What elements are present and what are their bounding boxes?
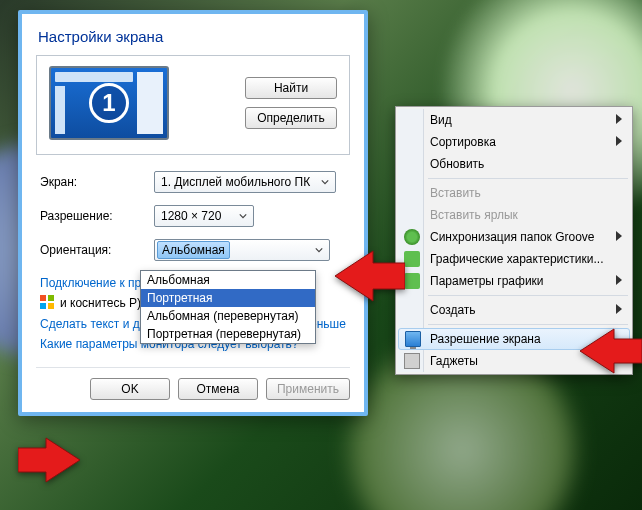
find-button[interactable]: Найти (245, 77, 337, 99)
svg-marker-2 (18, 438, 80, 482)
screen-select[interactable]: 1. Дисплей мобильного ПК (154, 171, 336, 193)
submenu-arrow-icon (616, 274, 622, 288)
gadget-icon (404, 353, 420, 369)
orientation-select[interactable]: Альбомная (154, 239, 330, 261)
monitor-icon (405, 331, 421, 347)
chevron-down-icon (317, 174, 333, 190)
menu-item[interactable]: Создать (398, 299, 630, 321)
monitor-number-badge: 1 (89, 83, 129, 123)
chevron-down-icon (235, 208, 251, 224)
monitor-thumbnail[interactable]: 1 (49, 66, 169, 140)
menu-item-label: Сортировка (430, 135, 496, 149)
menu-item-label: Параметры графики (430, 274, 544, 288)
projector-hint: и коснитесь P) (60, 293, 141, 313)
apply-button[interactable]: Применить (266, 378, 350, 400)
menu-separator (428, 295, 628, 296)
cancel-button[interactable]: Отмена (178, 378, 258, 400)
menu-item-label: Гаджеты (430, 354, 478, 368)
green-icon (404, 273, 420, 289)
menu-item-label: Вставить (430, 186, 481, 200)
detect-button[interactable]: Определить (245, 107, 337, 129)
menu-item[interactable]: Графические характеристики... (398, 248, 630, 270)
submenu-arrow-icon (616, 303, 622, 317)
ok-button[interactable]: OK (90, 378, 170, 400)
windows-key-icon (40, 295, 54, 309)
display-settings-dialog: Настройки экрана 1 Найти Определить Экра… (18, 10, 368, 416)
menu-item[interactable]: Обновить (398, 153, 630, 175)
chevron-down-icon (311, 242, 327, 258)
resolution-label: Разрешение: (40, 209, 144, 223)
menu-item[interactable]: Вид (398, 109, 630, 131)
menu-item-label: Вставить ярлык (430, 208, 518, 222)
menu-item: Вставить (398, 182, 630, 204)
submenu-arrow-icon (616, 135, 622, 149)
menu-item[interactable]: Сортировка (398, 131, 630, 153)
menu-item: Вставить ярлык (398, 204, 630, 226)
submenu-arrow-icon (616, 230, 622, 244)
svg-marker-1 (580, 329, 642, 373)
orientation-option[interactable]: Альбомная (перевернутая) (141, 307, 315, 325)
orientation-option[interactable]: Альбомная (141, 271, 315, 289)
submenu-arrow-icon (616, 113, 622, 127)
orientation-option[interactable]: Портретная (перевернутая) (141, 325, 315, 343)
dialog-title: Настройки экрана (22, 14, 364, 55)
menu-item-label: Разрешение экрана (430, 332, 541, 346)
orientation-label: Ориентация: (40, 243, 144, 257)
menu-item[interactable]: Синхронизация папок Groove (398, 226, 630, 248)
menu-item-label: Создать (430, 303, 476, 317)
orientation-dropdown[interactable]: АльбомнаяПортретнаяАльбомная (перевернут… (140, 270, 316, 344)
menu-item-label: Синхронизация папок Groove (430, 230, 595, 244)
menu-item-label: Обновить (430, 157, 484, 171)
menu-separator (428, 178, 628, 179)
orientation-option[interactable]: Портретная (141, 289, 315, 307)
menu-separator (428, 324, 628, 325)
sync-icon (404, 229, 420, 245)
monitor-preview-frame: 1 Найти Определить (36, 55, 350, 155)
screen-label: Экран: (40, 175, 144, 189)
svg-marker-0 (335, 251, 405, 301)
green-icon (404, 251, 420, 267)
menu-item[interactable]: Параметры графики (398, 270, 630, 292)
menu-item-label: Вид (430, 113, 452, 127)
menu-item-label: Графические характеристики... (430, 252, 603, 266)
resolution-select[interactable]: 1280 × 720 (154, 205, 254, 227)
